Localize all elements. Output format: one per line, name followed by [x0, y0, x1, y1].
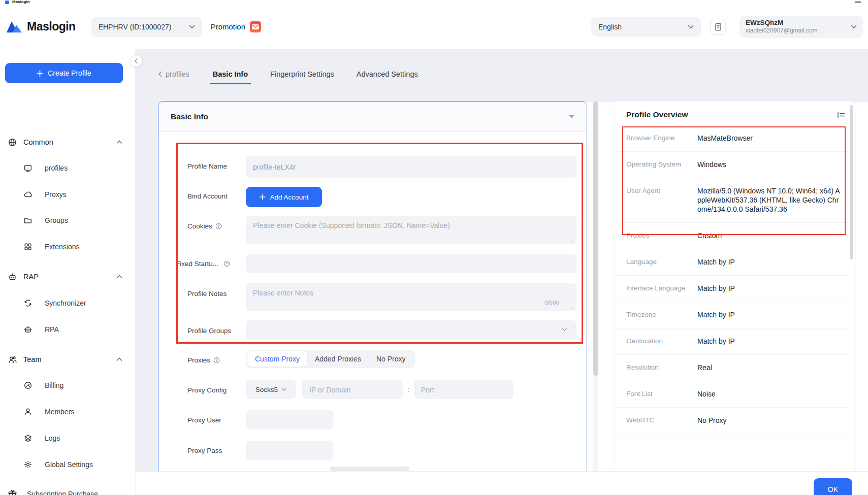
- overview-value: Custom: [697, 231, 843, 240]
- proxy-pass-input[interactable]: [246, 441, 333, 460]
- sidebar-section-common[interactable]: Common: [0, 135, 136, 150]
- proxy-ip-input[interactable]: [302, 380, 403, 399]
- user-name: EWzSQhzM: [746, 19, 818, 27]
- proxy-port-input[interactable]: [414, 380, 513, 399]
- resize-icon[interactable]: [569, 239, 573, 244]
- sidebar-item-members[interactable]: Members: [0, 404, 136, 419]
- proxy-mode-none[interactable]: No Proxy: [369, 351, 413, 367]
- overview-label: Timezone: [626, 310, 697, 318]
- create-profile-label: Create Profile: [48, 69, 91, 77]
- chevron-up-icon: [116, 357, 122, 361]
- basic-info-title: Basic Info: [171, 112, 208, 121]
- sidebar-item-rpa[interactable]: RPA: [0, 322, 136, 337]
- sidebar-item-profiles[interactable]: profiles: [0, 160, 136, 176]
- billing-icon: [23, 381, 33, 390]
- sync-icon: [23, 299, 33, 308]
- overview-value: Match by IP: [697, 257, 843, 267]
- sidebar-item-label: Proxys: [45, 190, 67, 199]
- gift-icon: [8, 489, 17, 495]
- proxy-mode-added[interactable]: Added Proxies: [307, 351, 369, 367]
- profile-groups-select[interactable]: [246, 320, 576, 340]
- add-account-button[interactable]: Add Account: [246, 187, 322, 207]
- profile-notes-textarea[interactable]: [246, 283, 576, 311]
- cloud-icon: [23, 190, 33, 199]
- overview-label: Geolocation: [626, 337, 697, 345]
- help-icon: [215, 223, 222, 229]
- sidebar-item-groups[interactable]: Groups: [0, 213, 136, 228]
- cookies-textarea[interactable]: [246, 216, 576, 244]
- fixed-startup-input[interactable]: [246, 254, 576, 273]
- overview-value: Mozilla/5.0 (Windows NT 10.0; Win64; x64…: [697, 186, 843, 214]
- overview-row-timezone: Timezone Match by IP: [615, 302, 848, 328]
- overview-row-font-list: Font List Noise: [615, 381, 848, 408]
- overview-row-resolution: Resolution Real: [615, 355, 848, 381]
- workspace-selector[interactable]: EHPHRV (ID:1000027): [91, 17, 202, 37]
- tab-label: Advanced Settings: [357, 70, 418, 78]
- sidebar-item-synchronizer[interactable]: Synchronizer: [0, 295, 136, 311]
- overview-value: MasMateBrowser: [697, 134, 843, 143]
- overview-label: Language: [626, 257, 697, 266]
- sidebar-item-label: Members: [45, 408, 74, 416]
- basic-info-form: Profile Name Bind Account Add Account Co…: [158, 132, 587, 479]
- sidebar-item-label: Extensions: [45, 243, 79, 251]
- tab-group: Basic Info Fingerprint Settings Advanced…: [202, 64, 442, 84]
- sidebar-item-billing[interactable]: Billing: [0, 378, 136, 393]
- chevron-down-icon: [688, 25, 694, 29]
- proxy-protocol-select[interactable]: Socks5: [246, 380, 296, 399]
- sidebar-item-global-settings[interactable]: Global Settings: [0, 457, 136, 472]
- breadcrumb-label: profiles: [166, 70, 189, 78]
- tab-label: Fingerprint Settings: [270, 70, 334, 78]
- ok-button[interactable]: OK: [814, 478, 852, 495]
- favicon: [5, 1, 9, 4]
- create-profile-button[interactable]: Create Profile: [5, 63, 123, 83]
- resize-icon[interactable]: [569, 306, 573, 311]
- chevron-down-icon: [851, 25, 857, 29]
- language-selector[interactable]: English: [591, 17, 701, 37]
- overview-label: WebRTC: [626, 416, 697, 424]
- caret-down-icon[interactable]: [569, 115, 574, 118]
- proxy-protocol-value: Socks5: [255, 386, 278, 393]
- app-header: Maslogin EHPHRV (ID:1000027) Promotion E…: [0, 5, 868, 49]
- profile-name-label: Profile Name: [187, 162, 227, 170]
- sidebar-item-extensions[interactable]: Extensions: [0, 239, 136, 254]
- page-tabs: profiles Basic Info Fingerprint Settings…: [158, 64, 442, 84]
- profile-name-input[interactable]: [246, 156, 576, 178]
- chevron-left-icon: [158, 71, 162, 77]
- sidebar-collapse-button[interactable]: [130, 55, 142, 67]
- user-email: xiaofei020907@gmail.com: [746, 27, 818, 35]
- promotion-link[interactable]: Promotion: [211, 21, 261, 32]
- overview-value: Noise: [697, 389, 843, 399]
- add-account-label: Add Account: [270, 193, 309, 201]
- sidebar-section-rap[interactable]: RAP: [0, 269, 136, 284]
- profile-overview-header: Profile Overview: [615, 101, 855, 125]
- tab-advanced-settings[interactable]: Advanced Settings: [353, 64, 421, 84]
- user-menu[interactable]: EWzSQhzM xiaofei020907@gmail.com: [740, 16, 863, 38]
- panel-toggle-icon[interactable]: [837, 111, 845, 118]
- tab-fingerprint-settings[interactable]: Fingerprint Settings: [267, 64, 337, 84]
- scrollbar-thumb[interactable]: [593, 101, 598, 376]
- minimize-icon[interactable]: [855, 2, 861, 3]
- sidebar-item-label: RPA: [45, 325, 59, 334]
- proxy-user-input[interactable]: [246, 410, 333, 430]
- proxy-mode-custom[interactable]: Custom Proxy: [247, 351, 307, 367]
- sidebar: Create Profile Common profiles Proxys Gr…: [0, 49, 136, 495]
- proxy-config-label: Proxy Config: [187, 386, 227, 394]
- sidebar-section-team[interactable]: Team: [0, 352, 136, 367]
- profile-groups-label: Profile Groups: [187, 327, 231, 335]
- tab-basic-info[interactable]: Basic Info: [210, 64, 251, 84]
- sidebar-item-proxys[interactable]: Proxys: [0, 187, 136, 202]
- overview-row-proxies: Proxies Custom: [615, 223, 848, 249]
- profile-overview-title: Profile Overview: [626, 110, 688, 119]
- brand-logo: Maslogin: [6, 20, 76, 34]
- breadcrumb-back[interactable]: profiles: [158, 70, 189, 78]
- overview-label: Interface Language: [626, 284, 697, 292]
- sidebar-item-logs[interactable]: Logs: [0, 431, 136, 446]
- sidebar-item-subscription-purchase[interactable]: Subscription Purchase: [0, 486, 136, 495]
- sidebar-section-label: Common: [23, 138, 53, 146]
- notes-button[interactable]: [710, 19, 726, 35]
- overview-row-geolocation: Geolocation Match by IP: [615, 328, 848, 355]
- overview-label: Browser Engine: [626, 134, 697, 142]
- scrollbar-thumb[interactable]: [850, 105, 853, 259]
- overview-value: Match by IP: [697, 284, 843, 293]
- profile-overview-panel: Profile Overview Browser Engine MasMateB…: [615, 101, 855, 479]
